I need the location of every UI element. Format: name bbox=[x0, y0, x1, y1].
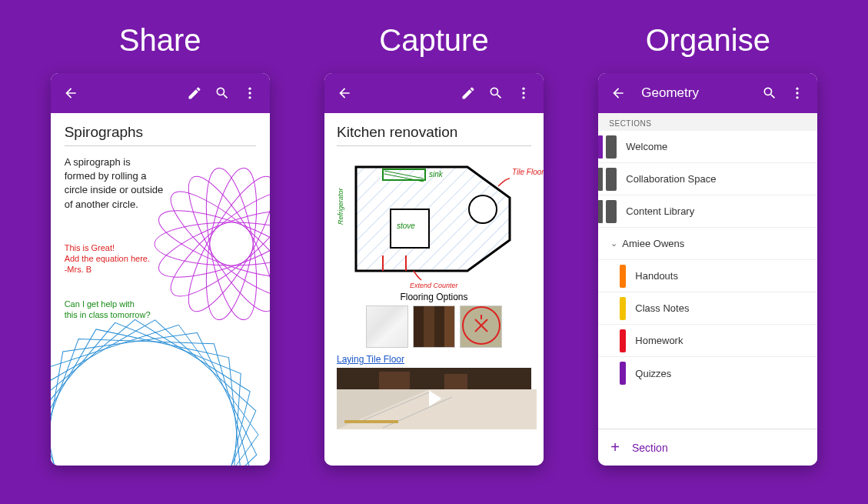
section-tab-icon bbox=[598, 168, 603, 191]
add-section-button[interactable]: + Section bbox=[598, 429, 817, 466]
svg-point-36 bbox=[796, 88, 799, 90]
section-label: Collaboration Space bbox=[626, 173, 716, 185]
sections-header: SECTIONS bbox=[598, 113, 817, 131]
section-swatch-icon bbox=[620, 297, 626, 320]
annotation-tile: Tile Floor bbox=[512, 168, 544, 176]
svg-point-24 bbox=[469, 195, 497, 223]
swatch-tile[interactable] bbox=[460, 305, 502, 348]
svg-point-1 bbox=[248, 92, 251, 94]
section-item[interactable]: Class Notes bbox=[598, 292, 817, 325]
svg-point-2 bbox=[248, 96, 251, 98]
section-group-label: Amiee Owens bbox=[622, 238, 684, 249]
rule bbox=[65, 145, 256, 146]
section-swatch-icon bbox=[620, 362, 626, 385]
phone-share: Spirographs A spirograph is formed by ro… bbox=[51, 73, 270, 466]
back-button[interactable] bbox=[604, 79, 632, 107]
appbar bbox=[324, 73, 544, 113]
video-thumbnail[interactable] bbox=[337, 368, 531, 429]
search-icon bbox=[215, 85, 230, 101]
pen-icon bbox=[461, 85, 476, 101]
section-tab-icon bbox=[598, 200, 603, 223]
more-vert-icon bbox=[516, 85, 531, 101]
more-vert-icon bbox=[242, 85, 258, 101]
appbar bbox=[51, 73, 270, 113]
section-item[interactable]: Collaboration Space bbox=[598, 163, 817, 195]
back-button[interactable] bbox=[331, 79, 358, 107]
chevron-down-icon: ⌄ bbox=[610, 239, 617, 249]
spirograph-blue bbox=[51, 312, 266, 466]
page-title: Kitchen renovation bbox=[337, 124, 531, 141]
note-page[interactable]: Spirographs A spirograph is formed by ro… bbox=[51, 113, 270, 466]
svg-rect-35 bbox=[344, 420, 398, 423]
overflow-button[interactable] bbox=[236, 79, 264, 107]
phone-capture: Kitchen renovation sink stove T bbox=[324, 73, 544, 466]
section-label: Content Library bbox=[626, 205, 694, 217]
phone-organise: Geometry SECTIONS Welcome Collaboration bbox=[598, 73, 817, 466]
plus-icon: + bbox=[610, 439, 620, 456]
annotation-sink: sink bbox=[429, 170, 444, 179]
section-label: Handouts bbox=[635, 270, 678, 282]
spirograph-purple bbox=[147, 159, 270, 329]
column-label-capture: Capture bbox=[379, 23, 488, 58]
section-label: Welcome bbox=[626, 141, 667, 152]
svg-point-20 bbox=[522, 92, 524, 94]
swatch-marble[interactable] bbox=[366, 305, 408, 348]
section-tab-icon bbox=[598, 135, 603, 159]
svg-point-38 bbox=[796, 96, 799, 98]
more-vert-icon bbox=[790, 85, 805, 101]
annotation-extend: Extend Counter bbox=[410, 282, 459, 289]
svg-marker-15 bbox=[51, 293, 270, 466]
arrow-left-icon bbox=[610, 85, 626, 101]
section-swatch-icon bbox=[606, 135, 617, 159]
section-item[interactable]: Welcome bbox=[598, 131, 817, 163]
section-swatch-icon bbox=[606, 168, 617, 191]
svg-marker-18 bbox=[51, 299, 270, 466]
pen-icon bbox=[187, 85, 202, 101]
overflow-button[interactable] bbox=[510, 79, 537, 107]
floorplan-image: sink stove Tile Floor Extend Counter Ref… bbox=[337, 155, 531, 285]
section-swatch-icon bbox=[620, 329, 626, 352]
section-swatch-icon bbox=[606, 200, 617, 223]
column-label-organise: Organise bbox=[646, 23, 770, 58]
svg-rect-30 bbox=[379, 372, 410, 389]
appbar: Geometry bbox=[598, 73, 817, 113]
column-label-share: Share bbox=[119, 23, 201, 58]
pen-button[interactable] bbox=[454, 79, 482, 107]
rule bbox=[337, 145, 531, 146]
section-item[interactable]: Content Library bbox=[598, 195, 817, 228]
section-item[interactable]: Handouts bbox=[598, 260, 817, 292]
search-button[interactable] bbox=[482, 79, 510, 107]
section-item[interactable]: Quizzes bbox=[598, 357, 817, 389]
section-item[interactable]: Homework bbox=[598, 325, 817, 357]
section-label: Quizzes bbox=[635, 368, 671, 379]
notebook-title: Geometry bbox=[641, 85, 756, 101]
search-icon bbox=[488, 85, 504, 101]
search-icon bbox=[762, 85, 777, 101]
search-button[interactable] bbox=[756, 79, 783, 107]
annotation-stove: stove bbox=[397, 222, 415, 230]
play-icon bbox=[420, 385, 447, 412]
note-page[interactable]: Kitchen renovation sink stove T bbox=[324, 113, 544, 466]
svg-point-37 bbox=[796, 92, 799, 94]
link-laying-tile[interactable]: Laying Tile Floor bbox=[337, 354, 531, 365]
section-label: Homework bbox=[635, 335, 683, 346]
section-swatch-icon bbox=[620, 265, 626, 288]
page-title: Spirographs bbox=[65, 124, 256, 141]
svg-point-0 bbox=[248, 88, 251, 90]
back-button[interactable] bbox=[57, 79, 85, 107]
arrow-left-icon bbox=[337, 85, 352, 101]
section-group[interactable]: ⌄ Amiee Owens bbox=[598, 228, 817, 260]
arrow-left-icon bbox=[63, 85, 78, 101]
svg-point-21 bbox=[522, 96, 524, 98]
search-button[interactable] bbox=[208, 79, 236, 107]
sections-list: SECTIONS Welcome Collaboration Space Con… bbox=[598, 113, 817, 466]
pen-button[interactable] bbox=[181, 79, 208, 107]
svg-rect-31 bbox=[444, 374, 467, 389]
add-section-label: Section bbox=[632, 442, 668, 454]
annotation-fridge: Refrigerator bbox=[337, 187, 344, 225]
flooring-swatches bbox=[337, 305, 531, 348]
overflow-button[interactable] bbox=[783, 79, 811, 107]
section-label: Class Notes bbox=[635, 302, 689, 314]
svg-point-19 bbox=[522, 88, 524, 90]
swatch-wood[interactable] bbox=[413, 305, 455, 348]
